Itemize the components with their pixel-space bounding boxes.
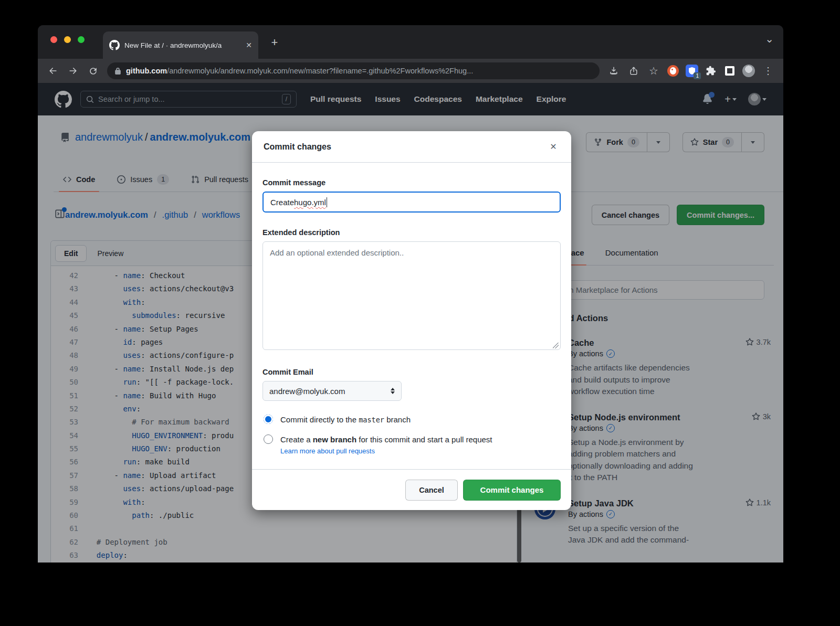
github-page: / Pull requestsIssuesCodespacesMarketpla… [38,83,783,563]
duckduckgo-extension-icon[interactable] [664,62,682,80]
download-icon[interactable] [604,62,624,80]
radio-unselected-icon[interactable] [264,434,273,444]
select-arrows-icon [391,388,395,394]
commit-email-select[interactable]: andrew@molyuk.com [262,381,402,401]
extended-description-label: Extended description [262,228,561,237]
text-cursor [327,197,328,207]
tab-title: New File at / · andrewmolyuk/a [124,41,241,49]
url-path: /andrewmolyuk/andrew.molyuk.com/new/mast… [167,67,473,75]
extended-description-wrap [262,241,561,352]
cancel-button[interactable]: Cancel [405,480,458,501]
window-controls [50,36,85,43]
modal-body: Commit message Create hugo.yml Extended … [252,178,571,455]
password-extension-icon[interactable]: 1 [682,62,701,80]
branch-name-code: master [359,416,384,424]
close-window-button[interactable] [50,36,57,43]
tab-search-chevron-icon[interactable]: ⌄ [765,33,774,45]
url-text: github.com/andrewmolyuk/andrew.molyuk.co… [126,67,473,75]
extensions-puzzle-icon[interactable] [701,62,720,80]
browser-window: New File at / · andrewmolyuk/a ✕ + ⌄ git… [38,25,783,563]
desktop: New File at / · andrewmolyuk/a ✕ + ⌄ git… [0,0,840,626]
browser-tab-strip: New File at / · andrewmolyuk/a ✕ + ⌄ [38,25,783,59]
browser-tab[interactable]: New File at / · andrewmolyuk/a ✕ [103,31,258,59]
back-button[interactable] [43,62,63,80]
commit-message-input[interactable]: Create hugo.yml [262,192,561,213]
new-branch-option[interactable]: Create a new branch for this commit and … [262,434,561,444]
sidebar-extension-icon[interactable] [720,62,739,80]
browser-menu-icon[interactable]: ⋮ [758,62,778,80]
url-domain: github.com [126,67,167,75]
forward-button[interactable] [63,62,83,80]
share-icon[interactable] [624,62,644,80]
github-favicon-icon [109,40,120,50]
radio-selected-icon[interactable] [264,415,273,424]
browser-toolbar: github.com/andrewmolyuk/andrew.molyuk.co… [38,59,783,83]
new-tab-button[interactable]: + [267,35,282,50]
profile-avatar[interactable] [739,62,758,80]
extended-description-textarea[interactable] [262,241,561,350]
commit-changes-button[interactable]: Commit changes [463,480,561,501]
url-bar[interactable]: github.com/andrewmolyuk/andrew.molyuk.co… [107,62,600,79]
extension-badge: 1 [694,72,701,79]
commit-message-label: Commit message [262,178,561,187]
maximize-window-button[interactable] [78,36,85,43]
close-icon[interactable]: ✕ [547,141,560,153]
learn-more-link[interactable]: Learn more about pull requests [280,447,561,455]
bookmark-star-icon[interactable]: ☆ [644,62,664,80]
modal-header: Commit changes ✕ [252,131,571,163]
commit-email-label: Commit Email [262,368,561,376]
minimize-window-button[interactable] [64,36,71,43]
toolbar-right: ☆ 1 ⋮ [604,62,778,80]
misspelled-text: hugo.yml [294,198,326,207]
commit-changes-modal: Commit changes ✕ Commit message Create h… [252,131,571,510]
modal-footer: Cancel Commit changes [252,469,571,510]
tab-close-icon[interactable]: ✕ [246,41,252,49]
reload-button[interactable] [83,62,103,80]
lock-icon [114,67,121,75]
commit-direct-option[interactable]: Commit directly to the master branch [262,415,561,424]
modal-title: Commit changes [264,142,331,152]
